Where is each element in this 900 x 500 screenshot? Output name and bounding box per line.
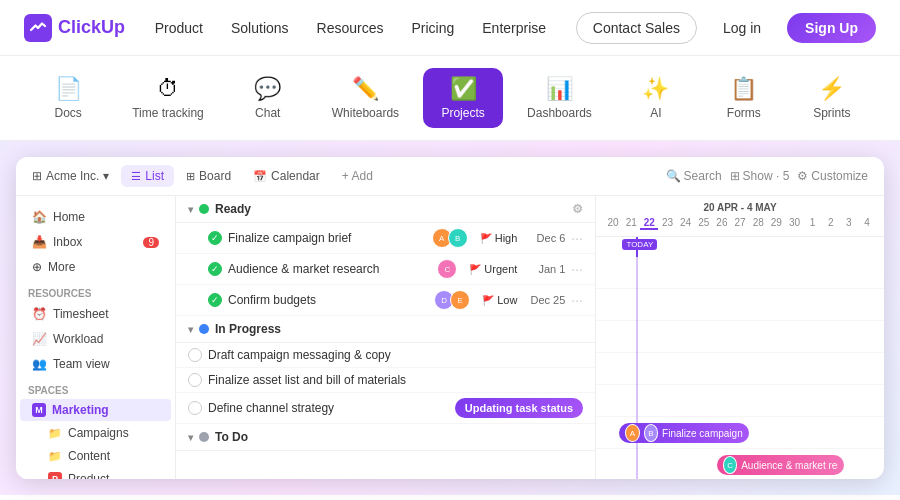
search-action[interactable]: 🔍 Search — [666, 169, 722, 183]
sidebar-item-more[interactable]: ⊕ More — [20, 255, 171, 279]
task-date: Jan 1 — [529, 263, 565, 275]
ready-section-header: ▾ Ready ⚙ — [176, 196, 595, 223]
avatar: B — [448, 228, 468, 248]
contact-sales-button[interactable]: Contact Sales — [576, 12, 697, 44]
feature-sprints[interactable]: ⚡ Sprints — [792, 68, 872, 128]
sprints-icon: ⚡ — [818, 76, 845, 102]
flag-icon: 🚩 — [480, 233, 492, 244]
feature-chat[interactable]: 💬 Chat — [228, 68, 308, 128]
priority-badge: 🚩 Low — [476, 293, 523, 307]
avatar: C — [437, 259, 457, 279]
task-avatars: A B — [432, 228, 468, 248]
task-menu-icon[interactable]: ··· — [571, 230, 583, 246]
nav-enterprise[interactable]: Enterprise — [470, 14, 558, 42]
today-indicator: TODAY — [596, 237, 884, 257]
ai-icon: ✨ — [642, 76, 669, 102]
ready-cog-icon[interactable]: ⚙ — [572, 202, 583, 216]
feature-forms[interactable]: 📋 Forms — [704, 68, 784, 128]
sidebar: 🏠 Home 📥 Inbox 9 ⊕ More Resources ⏰ Time… — [16, 196, 176, 479]
task-avatars: C — [437, 259, 457, 279]
header-actions: 🔍 Search ⊞ Show · 5 ⚙ Customize — [666, 169, 868, 183]
sidebar-item-workload[interactable]: 📈 Workload — [20, 327, 171, 351]
table-row: Draft campaign messaging & copy — [176, 343, 595, 368]
feature-docs[interactable]: 📄 Docs — [28, 68, 108, 128]
tab-calendar[interactable]: 📅 Calendar — [243, 165, 330, 187]
sidebar-item-content[interactable]: 📁 Content — [20, 445, 171, 467]
feature-time-tracking[interactable]: ⏱ Time tracking — [116, 68, 220, 128]
gantt-bar-campaign[interactable]: A B Finalize campaign brief — [619, 423, 749, 443]
in-progress-section-header: ▾ In Progress — [176, 316, 595, 343]
feature-whiteboards[interactable]: ✏️ Whiteboards — [316, 68, 415, 128]
login-button[interactable]: Log in — [707, 13, 777, 43]
workspace-name: Acme Inc. — [46, 169, 99, 183]
inbox-icon: 📥 — [32, 235, 47, 249]
sidebar-item-timesheet[interactable]: ⏰ Timesheet — [20, 302, 171, 326]
forms-icon: 📋 — [730, 76, 757, 102]
sidebar-item-inbox[interactable]: 📥 Inbox 9 — [20, 230, 171, 254]
nav-links: Product Solutions Resources Pricing Ente… — [143, 14, 558, 42]
gantt-date: 21 — [622, 217, 640, 230]
show-action[interactable]: ⊞ Show · 5 — [730, 169, 790, 183]
workspace-label[interactable]: ⊞ Acme Inc. ▾ — [32, 169, 109, 183]
gantt-dates-row: 20 21 22 23 24 25 26 27 28 29 30 1 — [604, 217, 876, 230]
nav-product[interactable]: Product — [143, 14, 215, 42]
nav-resources[interactable]: Resources — [305, 14, 396, 42]
table-row: ✓ Audience & market research C 🚩 Urgent … — [176, 254, 595, 285]
workspace-icon: ⊞ — [32, 169, 42, 183]
feature-ai[interactable]: ✨ AI — [616, 68, 696, 128]
folder-icon-content: 📁 — [48, 450, 62, 463]
feature-projects-label: Projects — [441, 106, 484, 120]
todo-chevron[interactable]: ▾ — [188, 432, 193, 443]
logo[interactable]: ClickUp — [24, 14, 125, 42]
feature-dashboards[interactable]: 📊 Dashboards — [511, 68, 608, 128]
flag-icon: 🚩 — [469, 264, 481, 275]
signup-button[interactable]: Sign Up — [787, 13, 876, 43]
sidebar-item-home[interactable]: 🏠 Home — [20, 205, 171, 229]
task-status-done[interactable]: ✓ — [208, 262, 222, 276]
sidebar-item-team-view[interactable]: 👥 Team view — [20, 352, 171, 376]
add-view-button[interactable]: + Add — [332, 165, 383, 187]
task-name: Draft campaign messaging & copy — [208, 348, 583, 362]
nav-right: Contact Sales Log in Sign Up — [576, 12, 876, 44]
feature-forms-label: Forms — [727, 106, 761, 120]
nav-solutions[interactable]: Solutions — [219, 14, 301, 42]
list-icon: ☰ — [131, 170, 141, 183]
task-status[interactable] — [188, 401, 202, 415]
gantt-row: C Audience & market research — [596, 449, 884, 479]
gantt-bar-label: Finalize campaign brief — [662, 428, 743, 439]
task-status[interactable] — [188, 373, 202, 387]
feature-sprints-label: Sprints — [813, 106, 850, 120]
nav-pricing[interactable]: Pricing — [399, 14, 466, 42]
tab-board[interactable]: ⊞ Board — [176, 165, 241, 187]
dashboards-icon: 📊 — [546, 76, 573, 102]
gantt-bar-avatar: C — [723, 456, 737, 474]
task-menu-icon[interactable]: ··· — [571, 261, 583, 277]
flag-icon: 🚩 — [482, 295, 494, 306]
sidebar-item-marketing[interactable]: M Marketing — [20, 399, 171, 421]
sidebar-item-product[interactable]: P Product — [20, 468, 171, 479]
sidebar-item-campaigns[interactable]: 📁 Campaigns — [20, 422, 171, 444]
gantt-row — [596, 257, 884, 289]
gantt-bar-audience[interactable]: C Audience & market research — [717, 455, 844, 475]
inbox-badge: 9 — [143, 237, 159, 248]
tab-list[interactable]: ☰ List — [121, 165, 174, 187]
task-status-done[interactable]: ✓ — [208, 231, 222, 245]
gantt-date: 2 — [822, 217, 840, 230]
task-menu-icon[interactable]: ··· — [571, 292, 583, 308]
task-status-done[interactable]: ✓ — [208, 293, 222, 307]
task-status[interactable] — [188, 348, 202, 362]
feature-time-tracking-label: Time tracking — [132, 106, 204, 120]
time-tracking-icon: ⏱ — [157, 76, 179, 102]
folder-icon: 📁 — [48, 427, 62, 440]
avatar: E — [450, 290, 470, 310]
tab-board-label: Board — [199, 169, 231, 183]
feature-projects[interactable]: ✅ Projects — [423, 68, 503, 128]
in-progress-chevron[interactable]: ▾ — [188, 324, 193, 335]
ready-chevron[interactable]: ▾ — [188, 204, 193, 215]
priority-badge: 🚩 High — [474, 231, 524, 245]
search-icon: 🔍 — [666, 169, 681, 183]
gantt-date: 23 — [658, 217, 676, 230]
customize-action[interactable]: ⚙ Customize — [797, 169, 868, 183]
gantt-date-range: 20 APR - 4 MAY — [604, 202, 876, 213]
priority-badge: 🚩 Urgent — [463, 262, 523, 276]
